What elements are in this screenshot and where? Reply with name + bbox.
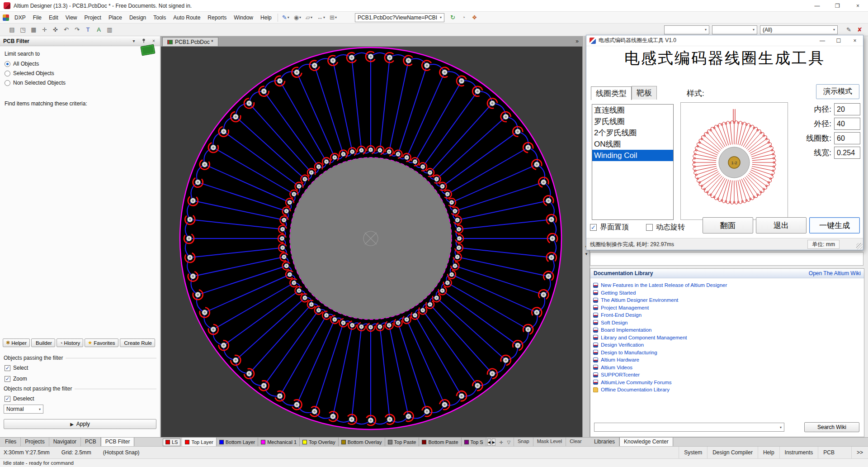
scroll-down-icon[interactable]: ▼ (584, 251, 589, 257)
menu-item[interactable]: Auto Route (170, 13, 204, 23)
menu-item[interactable]: Tools (150, 13, 170, 23)
history-icon[interactable]: ◔ (459, 13, 468, 22)
text-icon[interactable]: T (83, 25, 93, 34)
close-button[interactable]: × (848, 0, 868, 11)
dialog-action-button[interactable]: 一键生成 (809, 217, 860, 234)
panel-tab[interactable]: Knowledge Center (619, 438, 673, 447)
panel-button[interactable]: PCB (818, 447, 840, 458)
radio-option[interactable]: All Objects (5, 61, 66, 67)
navigator-icon[interactable]: ❖ (470, 13, 479, 22)
layer-tab[interactable]: Bottom Paste (419, 438, 461, 447)
panel-tab[interactable]: PCB Filter (101, 438, 135, 447)
doc-link-row[interactable]: AltiumLive Community Forums (593, 379, 861, 386)
combo-caret-icon[interactable]: ▾ (833, 28, 835, 32)
doc-link[interactable]: Altium Videos (601, 365, 632, 370)
panel-button[interactable]: Instruments (779, 447, 818, 458)
panel-close-icon[interactable]: × (151, 38, 157, 43)
checkbox-icon[interactable]: ✓ (5, 365, 10, 371)
deselect-checkbox-row[interactable]: ✓ Deselect (5, 396, 34, 402)
layer-tab[interactable]: Bottom Layer (217, 438, 258, 447)
doc-link[interactable]: Board Implementation (601, 327, 652, 333)
panel-button[interactable]: System (679, 447, 707, 458)
coil-tool-tab[interactable]: 线圈类型 (591, 86, 632, 100)
doc-link[interactable]: Offline Documentation Library (601, 387, 670, 392)
doc-link[interactable]: The Altium Designer Environment (601, 297, 678, 303)
param-input[interactable]: 20 (834, 103, 860, 115)
dialog-action-button[interactable]: 退出 (756, 217, 807, 234)
combo-caret-icon[interactable]: ▾ (753, 28, 755, 32)
menu-item[interactable]: Window (230, 13, 257, 23)
scope-combo[interactable]: (All) ▾ (760, 25, 838, 34)
doc-link[interactable]: Getting Started (601, 290, 636, 295)
layer-bar-button[interactable]: Snap (514, 438, 533, 447)
layer-tab[interactable]: Mechanical 1 (258, 438, 300, 447)
checkbox-icon[interactable]: ✓ (646, 224, 653, 231)
doc-link-row[interactable]: SUPPORTcenter (593, 371, 861, 379)
dialog-close-button[interactable]: × (847, 35, 863, 46)
panel-tab[interactable]: Libraries (590, 438, 619, 447)
doc-link-row[interactable]: Front-End Design (593, 311, 861, 319)
menu-item[interactable]: DXP (11, 13, 29, 23)
panel-tab[interactable]: PCB (81, 438, 101, 447)
doc-link[interactable]: Altium Hardware (601, 357, 639, 362)
combo-caret-icon[interactable]: ▾ (39, 407, 41, 411)
coil-type-option[interactable]: 直连线圈 (592, 105, 673, 116)
dropdown-caret-icon[interactable]: ▾ (311, 15, 312, 19)
document-view-combo[interactable]: PCB1.PcbDoc?ViewName=PCBI ▾ (355, 13, 444, 22)
select-checkbox-row[interactable]: ✓ Select ✓ Zoom (5, 365, 28, 382)
doc-link-row[interactable]: Soft Design (593, 319, 861, 327)
doc-link-row[interactable]: Design to Manufacturing (593, 349, 861, 357)
filter-tool-button[interactable]: ◔ History (57, 338, 83, 347)
filter-tool-button[interactable]: Create Rule (120, 338, 155, 347)
restore-button[interactable]: ❐ (827, 0, 848, 11)
apply-button[interactable]: ▶ Apply (4, 419, 156, 429)
dropdown-caret-icon[interactable]: ▾ (335, 15, 337, 19)
combo-caret-icon[interactable]: ▾ (780, 425, 782, 429)
layer-bar-button[interactable]: Clear (566, 438, 582, 447)
panel-menu-caret-icon[interactable]: ▾ (131, 38, 137, 43)
search-wiki-button[interactable]: Search Wiki (804, 422, 859, 432)
coil-type-option[interactable]: ON线圈 (592, 138, 673, 150)
doc-link[interactable]: New Features in the Latest Release of Al… (601, 282, 727, 288)
current-layer-indicator[interactable]: LS (163, 438, 180, 446)
open-doc-icon[interactable]: ◳ (18, 25, 28, 34)
dropdown-caret-icon[interactable]: ▾ (323, 15, 325, 19)
demo-mode-button[interactable]: 演示模式 (816, 84, 859, 99)
panels-more-button[interactable]: >> (851, 447, 868, 458)
grid-icon[interactable]: ⊞ ▾ (328, 13, 339, 22)
table-icon[interactable]: ▥ (105, 25, 114, 34)
panel-button[interactable]: Design Compiler (707, 447, 758, 458)
mask-mode-select[interactable]: Normal ▾ (4, 405, 43, 414)
checkbox-row[interactable]: ✓ Deselect (5, 396, 34, 402)
menu-item[interactable]: Help (257, 13, 275, 23)
filter-tool-button[interactable]: Builder (31, 338, 55, 347)
checkbox-row[interactable]: ✓ 界面置顶 (590, 223, 629, 232)
document-tab[interactable]: PCB1.PcbDoc * (162, 37, 218, 46)
filter-tool-button[interactable]: ✱ Helper (3, 338, 30, 347)
param-input[interactable]: 0.254 (834, 147, 860, 159)
radio-icon[interactable] (5, 71, 10, 76)
checkbox-icon[interactable]: ✓ (5, 376, 10, 382)
select-icon[interactable]: ✛ (40, 25, 49, 34)
checkbox-row[interactable]: ✓ 动态旋转 (646, 223, 685, 232)
radio-option[interactable]: Selected Objects (5, 70, 66, 76)
dropdown-caret-icon[interactable]: ▾ (299, 15, 301, 19)
doc-link-row[interactable]: The Altium Designer Environment (593, 296, 861, 304)
menu-item[interactable]: File (29, 13, 45, 23)
panel-tab[interactable]: Navigator (49, 438, 81, 447)
wiki-search-input[interactable]: ▾ (594, 423, 784, 432)
new-doc-icon[interactable]: ▤ (7, 25, 17, 34)
wire-icon[interactable]: ✎ ▾ (280, 13, 291, 22)
redo-icon[interactable]: ↷ (72, 25, 82, 34)
combo-caret-icon[interactable]: ▾ (705, 28, 707, 32)
radio-option[interactable]: Non Selected Objects (5, 80, 66, 86)
menu-item[interactable]: Edit (45, 13, 62, 23)
combo-caret-icon[interactable]: ▾ (440, 15, 442, 19)
layer-bar-button[interactable]: Mask Level (533, 438, 566, 447)
coil-type-option[interactable]: 罗氏线圈 (592, 116, 673, 127)
pcb-canvas[interactable] (161, 47, 582, 437)
layer-tab[interactable]: Top Paste (385, 438, 420, 447)
dimension-icon[interactable]: ↔ ▾ (315, 13, 327, 22)
more-tabs-chevron-icon[interactable]: » (572, 38, 582, 44)
menu-item[interactable]: Reports (204, 13, 230, 23)
